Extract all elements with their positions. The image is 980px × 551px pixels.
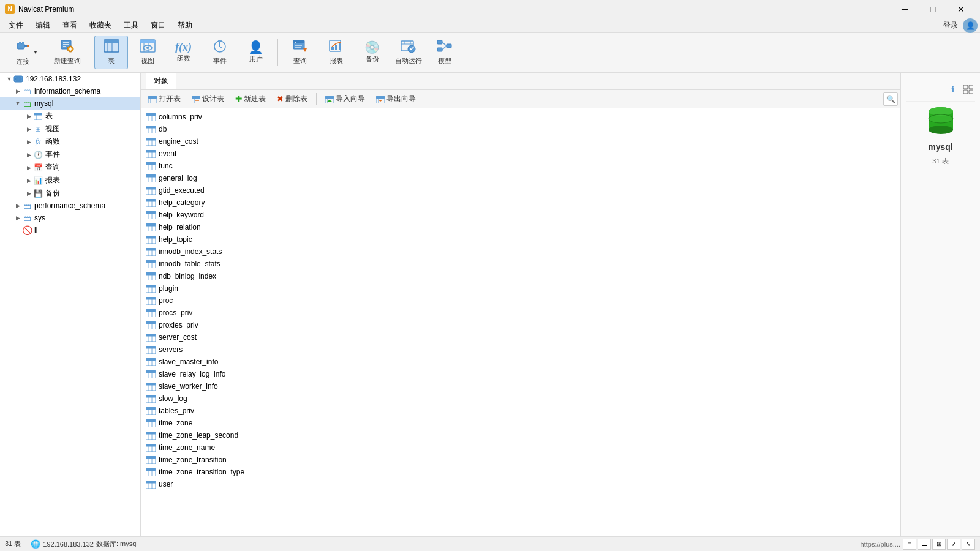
view-collapse-button[interactable]: ⤡ [962, 539, 975, 550]
table-row[interactable]: innodb_index_stats [141, 246, 900, 258]
query-child-arrow[interactable]: ▶ [24, 165, 33, 171]
tree-db-performance-schema[interactable]: ▶ 🗃 performance_schema [0, 200, 140, 212]
minimize-button[interactable]: ─ [891, 0, 919, 18]
info-schema-arrow[interactable]: ▶ [13, 88, 22, 94]
tree-mysql-func[interactable]: ▶ fx 函数 [0, 135, 140, 148]
toolbar-report[interactable]: 报表 [319, 36, 353, 69]
open-table-icon [148, 94, 157, 103]
table-row[interactable]: user [141, 478, 900, 490]
table-row[interactable]: func [141, 160, 900, 172]
table-row[interactable]: general_log [141, 172, 900, 184]
menu-edit[interactable]: 编辑 [29, 19, 56, 32]
tree-mysql-event[interactable]: ▶ 🕐 事件 [0, 148, 140, 161]
table-row[interactable]: time_zone_leap_second [141, 429, 900, 441]
table-row[interactable]: servers [141, 343, 900, 356]
view-list-button[interactable]: ≡ [903, 539, 916, 550]
toolbar-sep-2 [277, 39, 278, 66]
title-bar-left: N Navicat Premium [5, 4, 74, 14]
view-grid-button[interactable]: ⊞ [932, 539, 946, 550]
svg-rect-228 [146, 481, 156, 483]
table-row[interactable]: time_zone_name [141, 441, 900, 454]
table-row[interactable]: time_zone_transition [141, 454, 900, 466]
toolbar-model[interactable]: 模型 [428, 36, 461, 69]
table-row[interactable]: time_zone [141, 417, 900, 429]
toolbar-function[interactable]: f(x) 函数 [167, 36, 200, 69]
table-row[interactable]: time_zone_transition_type [141, 466, 900, 478]
table-row[interactable]: proc [141, 294, 900, 307]
table-row[interactable]: help_category [141, 197, 900, 209]
tree-mysql-backup[interactable]: ▶ 💾 备份 [0, 187, 140, 200]
backup-child-arrow[interactable]: ▶ [24, 190, 33, 197]
tree-db-mysql[interactable]: ▼ 🗃 mysql [0, 97, 140, 110]
toolbar-new-query[interactable]: 新建查询 [50, 36, 84, 69]
table-row[interactable]: slave_worker_info [141, 380, 900, 392]
table-row[interactable]: plugin [141, 282, 900, 294]
table-row[interactable]: ndb_binlog_index [141, 270, 900, 282]
tree-db-information-schema[interactable]: ▶ 🗃 information_schema [0, 85, 140, 97]
view-expand-button[interactable]: ⤢ [947, 539, 960, 550]
maximize-button[interactable]: □ [919, 0, 947, 18]
table-row[interactable]: help_topic [141, 233, 900, 246]
table-row[interactable]: slave_master_info [141, 356, 900, 368]
menu-favorites[interactable]: 收藏夹 [83, 19, 118, 32]
table-row[interactable]: db [141, 123, 900, 135]
report-child-arrow[interactable]: ▶ [24, 178, 33, 184]
menu-window[interactable]: 窗口 [145, 19, 172, 32]
toolbar-event[interactable]: 事件 [203, 36, 236, 69]
menu-view[interactable]: 查看 [56, 19, 83, 32]
perf-schema-arrow[interactable]: ▶ [13, 203, 22, 209]
table-row[interactable]: help_keyword [141, 209, 900, 221]
tab-objects[interactable]: 对象 [146, 73, 176, 89]
menu-tools[interactable]: 工具 [118, 19, 145, 32]
toolbar-table[interactable]: 表 [94, 36, 128, 69]
login-button[interactable]: 登录 [938, 19, 963, 32]
toolbar-connect[interactable]: 连接 ▼ [5, 36, 48, 69]
tree-mysql-query[interactable]: ▶ 📅 查询 [0, 161, 140, 174]
table-row[interactable]: tables_priv [141, 405, 900, 417]
table-row[interactable]: help_relation [141, 221, 900, 233]
mysql-arrow[interactable]: ▼ [13, 100, 22, 107]
connection-arrow[interactable]: ▼ [5, 76, 13, 82]
table-child-arrow[interactable]: ▶ [24, 113, 33, 119]
table-row[interactable]: event [141, 148, 900, 160]
view-detail-button[interactable]: ☰ [918, 539, 931, 550]
toolbar-backup[interactable]: 💿 备份 [355, 36, 389, 69]
event-child-arrow[interactable]: ▶ [24, 152, 33, 158]
table-row[interactable]: slow_log [141, 392, 900, 405]
toolbar-view[interactable]: 视图 [130, 36, 164, 69]
table-row[interactable]: slave_relay_log_info [141, 368, 900, 380]
toolbar-query[interactable]: 查询 [283, 36, 317, 69]
sys-arrow[interactable]: ▶ [13, 215, 22, 221]
open-table-button[interactable]: 打开表 [143, 92, 186, 106]
tree-mysql-table[interactable]: ▶ 表 [0, 110, 140, 122]
import-wizard-button[interactable]: 导入向导 [320, 92, 370, 106]
tree-mysql-report[interactable]: ▶ 📊 报表 [0, 174, 140, 187]
table-row[interactable]: columns_priv [141, 111, 900, 123]
new-table-button[interactable]: ✚ 新建表 [230, 92, 271, 106]
tree-db-li[interactable]: ▶ 🚫 li [0, 224, 140, 236]
table-row[interactable]: engine_cost [141, 135, 900, 148]
design-table-icon [192, 94, 200, 103]
delete-table-button[interactable]: ✖ 删除表 [272, 92, 312, 106]
menu-help[interactable]: 帮助 [172, 19, 198, 32]
toolbar-user[interactable]: 👤 用户 [239, 36, 273, 69]
table-row[interactable]: gtid_executed [141, 184, 900, 197]
tree-connection[interactable]: ▼ 192.168.183.132 [0, 73, 140, 85]
tree-mysql-view[interactable]: ▶ ⊞ 视图 [0, 122, 140, 135]
tree-db-sys[interactable]: ▶ 🗃 sys [0, 212, 140, 224]
menu-file[interactable]: 文件 [2, 19, 29, 32]
search-box[interactable]: 🔍 [883, 92, 898, 106]
toolbar-autorun[interactable]: 自动运行 [391, 36, 425, 69]
table-row[interactable]: server_cost [141, 331, 900, 343]
table-row[interactable]: procs_priv [141, 307, 900, 319]
design-table-button[interactable]: 设计表 [187, 92, 229, 106]
export-wizard-button[interactable]: 导出向导 [371, 92, 421, 106]
close-button[interactable]: ✕ [947, 0, 975, 18]
view-child-arrow[interactable]: ▶ [24, 126, 33, 132]
table-row[interactable]: innodb_table_stats [141, 258, 900, 270]
func-child-arrow[interactable]: ▶ [24, 139, 33, 145]
user-avatar[interactable]: 👤 [963, 18, 978, 33]
info-button[interactable]: ℹ [946, 83, 959, 96]
grid-button[interactable] [962, 83, 975, 96]
table-row[interactable]: proxies_priv [141, 319, 900, 331]
